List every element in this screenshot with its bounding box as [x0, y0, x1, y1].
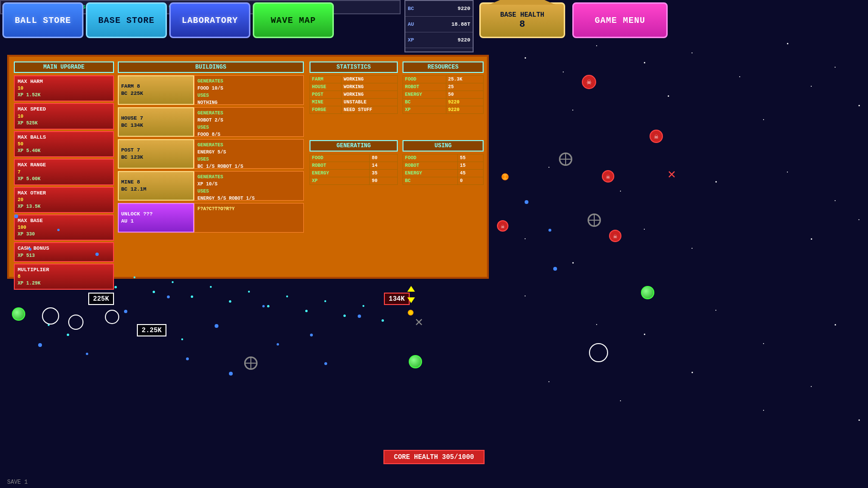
cyan-dot [134, 276, 135, 278]
using-bc-value: 0 [458, 177, 484, 185]
blue-dot [215, 324, 218, 328]
blue-dot [167, 295, 170, 298]
res-xp-value: 9220 [446, 106, 483, 114]
upgrade-max-balls[interactable]: MAX BALLS 50 XP 5.40K [14, 131, 114, 157]
unlock-button[interactable]: UNLOCK ??? AU 1 [118, 203, 194, 233]
generating-title: GENERATING [310, 140, 398, 152]
house-button[interactable]: HOUSE 7 BC 134K [118, 107, 194, 137]
cyan-dot [267, 305, 269, 307]
svg-text:☠: ☠ [501, 224, 505, 230]
svg-text:☠: ☠ [654, 133, 659, 141]
green-ball [12, 307, 25, 321]
bg-star [835, 67, 836, 68]
farm-button[interactable]: FARM 8 BC 225K [118, 75, 194, 105]
bg-star [620, 400, 621, 401]
using-robot-label: ROBOT [403, 162, 458, 170]
enemy-skull-1: ☠ [581, 74, 598, 91]
gen-robot-value: 14 [370, 162, 398, 170]
core-health-bar: CORE HEALTH 305/1000 [383, 450, 485, 464]
res-food-label: FOOD [403, 76, 446, 83]
stat-forge-status: NEED STUFF [341, 106, 398, 114]
using-energy-value: 45 [458, 170, 484, 177]
gen-energy-row: ENERGY 35 [310, 170, 398, 177]
svg-text:☠: ☠ [606, 173, 610, 181]
bg-star [563, 71, 564, 72]
base-store-button[interactable]: BASE STORE [86, 2, 167, 38]
ball-store-button[interactable]: BALL STORE [2, 2, 83, 38]
blue-dot [358, 315, 361, 318]
blue-dot [29, 248, 31, 251]
upgrade-max-speed[interactable]: MAX SPEED 10 XP 525K [14, 103, 114, 129]
gen-food-row: FOOD 80 [310, 154, 398, 162]
res-energy-value: 50 [446, 91, 483, 99]
upgrades-title: MAIN UPGRADE [14, 61, 114, 73]
base-health-value: 8 [519, 19, 525, 30]
svg-point-11 [502, 175, 505, 178]
stat-house-label: HOUSE [310, 83, 341, 91]
generating-table: FOOD 80 ROBOT 14 ENERGY 35 XP 90 [310, 154, 398, 185]
statistics-column: STATISTICS FARM WORKING HOUSE WORKING PO… [310, 61, 398, 114]
xp-label: XP [408, 37, 422, 43]
upgrade-max-other[interactable]: MAX OTHER 20 XP 13.5K [14, 187, 114, 213]
resources-title: RESOURCES [403, 61, 484, 73]
unlock-row: UNLOCK ??? AU 1 F?A?C?T?O?R?Y [118, 203, 304, 233]
res-energy-label: ENERGY [403, 91, 446, 99]
gen-xp-label: XP [310, 177, 370, 185]
bg-star [525, 238, 526, 239]
save-label: SAVE 1 [7, 479, 28, 486]
bg-star [692, 52, 692, 53]
bg-star [572, 110, 573, 111]
ball-circle [105, 310, 119, 324]
blue-dot [95, 253, 99, 256]
bg-star [763, 119, 764, 120]
bg-star [835, 324, 836, 325]
svg-text:☠: ☠ [613, 233, 617, 240]
upgrade-max-range[interactable]: MAX RANGE 7 XP 5.00K [14, 159, 114, 185]
mine-button[interactable]: MINE 8 BC 12.1M [118, 171, 194, 201]
ball-circle [589, 343, 608, 362]
cyan-dot [324, 300, 326, 302]
upgrade-multiplier[interactable]: MULTIPLIER 8 XP 1.29K [14, 264, 114, 290]
wave-map-button[interactable]: WAVE MAP [253, 2, 334, 38]
base-health-button[interactable]: BASE HEALTH 8 [479, 2, 565, 38]
stat-farm-status: WORKING [341, 76, 398, 83]
res-robot-label: ROBOT [403, 83, 446, 91]
res-robot-value: 25 [446, 83, 483, 91]
game-menu-button[interactable]: GAME MENU [572, 2, 668, 38]
upgrade-max-harm[interactable]: MAX HARM 10 XP 1.52K [14, 75, 114, 102]
stat-post-status: WORKING [341, 91, 398, 99]
stat-mine-status: UNSTABLE [341, 99, 398, 106]
cyan-dot [114, 286, 117, 288]
post-button[interactable]: POST 7 BC 123K [118, 139, 194, 169]
turret-crosshair-2 [588, 214, 601, 227]
arrow-down-indicator [406, 295, 416, 304]
gen-xp-row: XP 90 [310, 177, 398, 185]
blue-dot [14, 214, 18, 218]
generating-column: GENERATING FOOD 80 ROBOT 14 ENERGY 35 XP… [310, 140, 398, 185]
bg-star [525, 57, 526, 59]
buildings-column: BUILDINGS FARM 8 BC 225K GENERATES FOOD … [118, 61, 304, 235]
blue-dot [86, 353, 88, 355]
turret-crosshair-1 [559, 152, 572, 166]
post-row: POST 7 BC 123K GENERATES ENERGY 5/S USES… [118, 139, 304, 169]
blue-dot [57, 229, 60, 231]
using-energy-label: ENERGY [403, 170, 458, 177]
upgrade-cash-bonus[interactable]: CASH BONUS XP 513 [14, 242, 114, 262]
bg-star [811, 386, 812, 387]
cost-label-134k: 134K [384, 293, 410, 305]
buildings-title: BUILDINGS [118, 61, 304, 73]
bg-star [763, 410, 764, 411]
xp-value: 9220 [458, 37, 470, 43]
ball-circle [42, 307, 59, 325]
au-value: 18.88T [451, 21, 470, 27]
upgrade-max-base[interactable]: MAX BASE 100 XP 330 [14, 214, 114, 241]
resources-table: FOOD 25.3K ROBOT 25 ENERGY 50 BC 9220 XP [403, 75, 484, 114]
resource-xp-row: XP 9220 [405, 32, 473, 48]
laboratory-button[interactable]: LABORATORY [169, 2, 250, 38]
svg-point-12 [506, 175, 508, 178]
cyan-dot [382, 319, 384, 322]
res-energy-row: ENERGY 50 [403, 91, 484, 99]
gen-robot-label: ROBOT [310, 162, 370, 170]
farm-info: GENERATES FOOD 10/S USES NOTHING [194, 75, 304, 105]
res-food-value: 25.3K [446, 76, 483, 83]
